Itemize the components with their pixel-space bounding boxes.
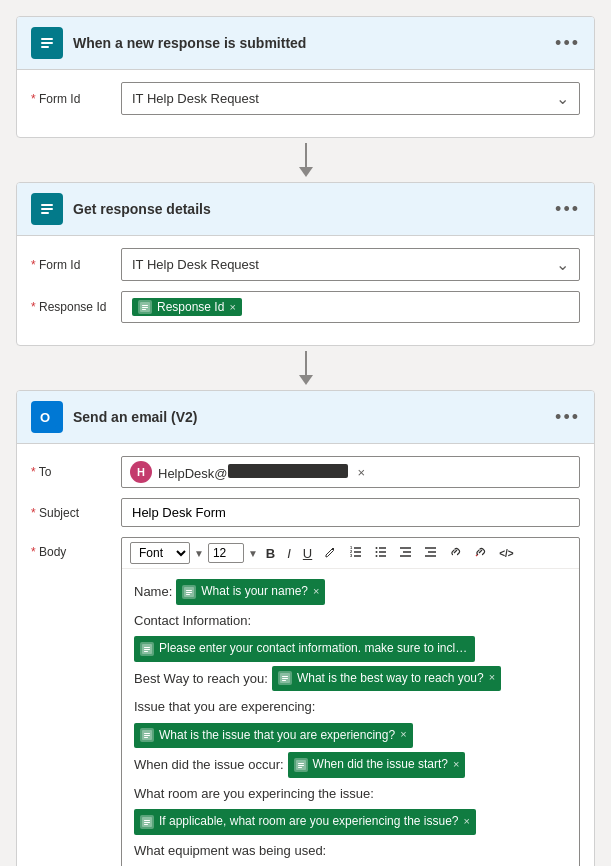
trigger-title: When a new response is submitted — [73, 35, 545, 51]
get-response-more-button[interactable]: ••• — [555, 199, 580, 220]
response-id-chip-icon — [138, 300, 152, 314]
to-field-row: * To H HelpDesk@ × — [31, 456, 580, 488]
svg-rect-42 — [282, 676, 288, 677]
chip-issue: What is the issue that you are experienc… — [134, 723, 413, 749]
connector-2 — [299, 346, 313, 390]
svg-rect-46 — [144, 733, 150, 734]
svg-rect-3 — [41, 46, 49, 48]
subject-input[interactable] — [121, 498, 580, 527]
indent-button[interactable] — [420, 543, 441, 563]
bold-button[interactable]: B — [262, 544, 279, 563]
get-response-response-id-label: * Response Id — [31, 300, 111, 314]
body-content: Name: What is your name? × Cont — [122, 569, 579, 866]
connector-2-arrow-icon — [299, 375, 313, 385]
email-avatar: H — [130, 461, 152, 483]
get-response-chevron-icon: ⌄ — [556, 255, 569, 274]
svg-rect-47 — [144, 735, 150, 736]
get-response-response-id-field[interactable]: Response Id × — [121, 291, 580, 323]
body-text-5: What room are you experincing the issue: — [134, 782, 374, 805]
to-field-container[interactable]: H HelpDesk@ × — [121, 456, 580, 488]
body-line-2: Best Way to reach you: What is the best … — [134, 666, 567, 692]
svg-rect-55 — [144, 822, 150, 823]
outdent-button[interactable] — [395, 543, 416, 563]
body-text-2: Best Way to reach you: — [134, 667, 268, 690]
email-address: HelpDesk@ — [158, 464, 348, 481]
chip-when-icon — [294, 758, 308, 772]
font-select[interactable]: Font — [130, 542, 190, 564]
link-button[interactable] — [445, 543, 466, 563]
chip-reach-remove-button[interactable]: × — [489, 668, 495, 688]
font-size-input[interactable] — [208, 543, 244, 563]
obscured-email — [228, 464, 348, 478]
svg-rect-35 — [186, 592, 192, 593]
svg-rect-43 — [282, 678, 288, 679]
body-line-3: Issue that you are experencing: — [134, 695, 567, 718]
trigger-form-id-dropdown[interactable]: IT Help Desk Request ⌄ — [121, 82, 580, 115]
send-email-icon: O — [31, 401, 63, 433]
body-text-0: Name: — [134, 580, 172, 603]
chip-when-remove-button[interactable]: × — [453, 755, 459, 775]
svg-rect-40 — [144, 651, 148, 652]
trigger-form-id-row: * Form Id IT Help Desk Request ⌄ — [31, 82, 580, 115]
chip-name-remove-button[interactable]: × — [313, 582, 319, 602]
svg-rect-52 — [298, 767, 302, 768]
get-response-response-id-row: * Response Id Response Id — [31, 291, 580, 323]
italic-button[interactable]: I — [283, 544, 295, 563]
chip-issue-remove-button[interactable]: × — [400, 725, 406, 745]
get-response-header: Get response details ••• — [17, 183, 594, 236]
trigger-more-button[interactable]: ••• — [555, 33, 580, 54]
send-email-header: O Send an email (V2) ••• — [17, 391, 594, 444]
chevron-font-icon: ▼ — [194, 548, 204, 559]
svg-rect-39 — [144, 649, 150, 650]
code-button[interactable]: </> — [495, 546, 517, 561]
connector-1 — [299, 138, 313, 182]
svg-point-23 — [376, 547, 378, 549]
body-text-6: What equipment was being used: — [134, 839, 326, 862]
chip-room: If applicable, what room are you experie… — [134, 809, 476, 835]
svg-point-24 — [376, 551, 378, 553]
chip-room-icon — [140, 815, 154, 829]
remove-email-button[interactable]: × — [358, 465, 366, 480]
chip-issue-icon — [140, 728, 154, 742]
pen-button[interactable] — [320, 543, 341, 563]
ordered-list-button[interactable]: 123 — [345, 543, 366, 563]
email-tag: H HelpDesk@ — [130, 461, 348, 483]
get-response-form-id-row: * Form Id IT Help Desk Request ⌄ — [31, 248, 580, 281]
trigger-icon — [31, 27, 63, 59]
body-line-4: When did the issue occur: When did the i… — [134, 752, 567, 778]
get-response-form-id-dropdown[interactable]: IT Help Desk Request ⌄ — [121, 248, 580, 281]
svg-rect-5 — [41, 204, 53, 206]
unordered-list-button[interactable] — [370, 543, 391, 563]
chip-room-remove-button[interactable]: × — [464, 812, 470, 832]
send-email-title: Send an email (V2) — [73, 409, 545, 425]
body-toolbar: Font ▼ ▼ B I U 123 — [122, 538, 579, 569]
body-text-1: Contact Information: — [134, 609, 251, 632]
to-label: * To — [31, 465, 111, 479]
send-email-more-button[interactable]: ••• — [555, 407, 580, 428]
get-response-card: Get response details ••• * Form Id IT He… — [16, 182, 595, 346]
body-line-0: Name: What is your name? × — [134, 579, 567, 605]
connector-1-line — [305, 143, 307, 167]
response-id-chip: Response Id × — [132, 298, 242, 316]
svg-rect-6 — [41, 208, 53, 210]
chip-contact: Please enter your contact information. m… — [134, 636, 475, 662]
svg-text:O: O — [40, 410, 50, 425]
trigger-card: When a new response is submitted ••• * F… — [16, 16, 595, 138]
connector-1-arrow-icon — [299, 167, 313, 177]
chip-contact-icon — [140, 642, 154, 656]
underline-button[interactable]: U — [299, 544, 316, 563]
svg-rect-10 — [142, 307, 148, 308]
subject-field-row: * Subject — [31, 498, 580, 527]
svg-rect-50 — [298, 763, 304, 764]
body-line-6: What equipment was being used: — [134, 839, 567, 862]
svg-rect-11 — [142, 309, 146, 310]
get-response-icon — [31, 193, 63, 225]
body-editor: Font ▼ ▼ B I U 123 — [121, 537, 580, 866]
send-email-body: * To H HelpDesk@ × * Subject — [17, 444, 594, 866]
svg-rect-9 — [142, 305, 148, 306]
chip-name: What is your name? × — [176, 579, 325, 605]
unlink-button[interactable] — [470, 543, 491, 563]
subject-label: * Subject — [31, 506, 111, 520]
chip-reach: What is the best way to reach you? × — [272, 666, 501, 692]
response-id-remove-button[interactable]: × — [229, 301, 235, 313]
